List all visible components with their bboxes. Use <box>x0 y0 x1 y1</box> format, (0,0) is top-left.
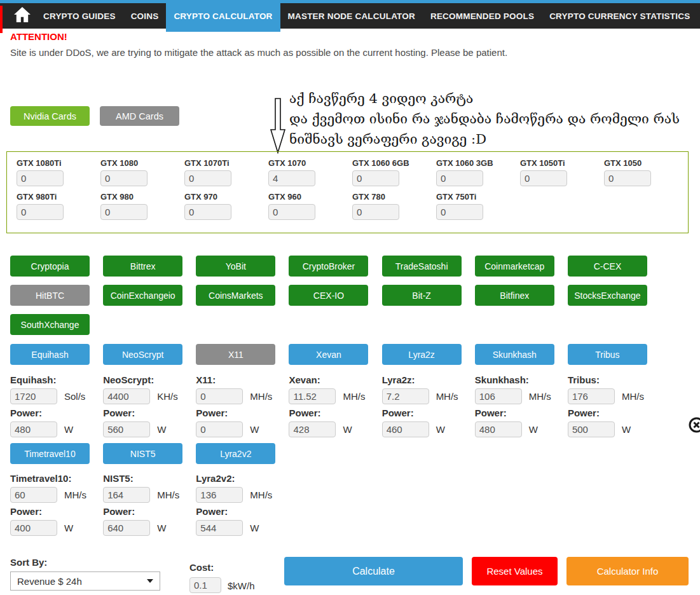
nav-item-foru[interactable]: FORU <box>697 3 700 29</box>
home-button[interactable] <box>14 3 31 29</box>
exchange-button-hitbtc[interactable]: HitBTC <box>10 285 90 306</box>
gpu-card-label: GTX 1070 <box>268 158 352 168</box>
gpu-card-label: GTX 750Ti <box>436 192 520 202</box>
power-input-tribus[interactable] <box>568 421 615 437</box>
hashrate-grid: Equihash:Sol/sPower:WNeoScrypt:KH/sPower… <box>10 374 647 441</box>
exchange-button-cryptobroker[interactable]: CryptoBroker <box>289 256 368 277</box>
exchange-button-southxchange[interactable]: SouthXchange <box>10 314 90 335</box>
gpu-card-label: GTX 1050Ti <box>520 158 604 168</box>
power-input-row: W <box>196 520 278 536</box>
power-unit: W <box>64 424 73 435</box>
exchange-button-yobit[interactable]: YoBit <box>196 256 275 277</box>
hashrate-input-neoscrypt[interactable] <box>103 388 150 404</box>
gpu-count-input-gtx-1050[interactable] <box>604 170 651 186</box>
algorithm-button-tribus[interactable]: Tribus <box>568 344 647 365</box>
power-input-equihash[interactable] <box>10 421 57 437</box>
hashrate-input-x11[interactable] <box>196 388 243 404</box>
power-input-lyra2v2[interactable] <box>196 520 243 536</box>
calculate-button[interactable]: Calculate <box>284 557 463 585</box>
gpu-count-input-gtx-970[interactable] <box>184 204 231 220</box>
hashrate-input-timetravel10[interactable] <box>10 487 57 503</box>
gpu-count-input-gtx-1060-3gb[interactable] <box>436 170 483 186</box>
power-input-skunkhash[interactable] <box>475 421 522 437</box>
crypto-calculator-page: CRYPTO GUIDESCOINSCRYPTO CALCULATORMASTE… <box>0 0 700 595</box>
power-input-nist5[interactable] <box>103 520 150 536</box>
nav-item-crypto-guides[interactable]: CRYPTO GUIDES <box>36 3 123 29</box>
gpu-count-input-gtx-750ti[interactable] <box>436 204 483 220</box>
gpu-count-input-gtx-1080ti[interactable] <box>17 170 64 186</box>
cost-label: Cost: <box>189 562 214 573</box>
nav-item-coins[interactable]: COINS <box>123 3 167 29</box>
hashrate-cell-lyra2v2: Lyra2v2:MH/sPower:W <box>196 473 278 539</box>
algorithm-button-nist5[interactable]: NIST5 <box>103 443 182 464</box>
gpu-count-input-gtx-980[interactable] <box>100 204 148 220</box>
algorithm-button-x11[interactable]: X11 <box>196 344 275 365</box>
exchange-button-bit-z[interactable]: Bit-Z <box>382 285 462 306</box>
hashrate-input-tribus[interactable] <box>568 388 615 404</box>
exchange-button-coinsmarkets[interactable]: CoinsMarkets <box>196 285 275 306</box>
card-type-button-amd-cards[interactable]: AMD Cards <box>100 106 179 126</box>
power-label: Power: <box>289 407 371 419</box>
power-label: Power: <box>382 407 465 419</box>
nav-item-crypto-currency-statistics[interactable]: CRYPTO CURRENCY STATISTICS <box>542 3 697 29</box>
cost-input[interactable] <box>189 577 221 593</box>
reset-values-button[interactable]: Reset Values <box>472 557 558 585</box>
power-input-neoscrypt[interactable] <box>103 421 150 437</box>
algorithm-button-equihash[interactable]: Equihash <box>10 344 90 365</box>
algorithm-button-xevan[interactable]: Xevan <box>289 344 368 365</box>
exchange-button-stocksexchange[interactable]: StocksExchange <box>568 285 647 306</box>
algorithm-row: Timetravel10NIST5Lyra2v2 <box>10 443 647 464</box>
algorithm-button-neoscrypt[interactable]: NeoScrypt <box>103 344 182 365</box>
cost-unit: $kW/h <box>228 580 255 591</box>
gpu-count-input-gtx-1070[interactable] <box>268 170 315 186</box>
hashrate-input-lyra2v2[interactable] <box>196 487 243 503</box>
algorithm-button-lyra2z[interactable]: Lyra2z <box>382 344 462 365</box>
hashrate-unit: MH/s <box>64 489 86 500</box>
gpu-row: GTX 1080TiGTX 1080GTX 1070TiGTX 1070GTX … <box>17 158 688 186</box>
power-input-x11[interactable] <box>196 421 243 437</box>
exchange-button-coinexchangeio[interactable]: CoinExchangeio <box>103 285 182 306</box>
exchange-button-bittrex[interactable]: Bittrex <box>103 256 182 277</box>
power-input-xevan[interactable] <box>289 421 336 437</box>
gpu-field-gtx-1070: GTX 1070 <box>268 158 352 186</box>
algorithm-button-skunkhash[interactable]: Skunkhash <box>475 344 554 365</box>
power-unit: W <box>157 424 166 435</box>
hashrate-input-nist5[interactable] <box>103 487 150 503</box>
nav-item-master-node-calculator[interactable]: MASTER NODE CALCULATOR <box>280 3 423 29</box>
gpu-count-input-gtx-1080[interactable] <box>100 170 148 186</box>
gpu-count-input-gtx-780[interactable] <box>352 204 399 220</box>
algorithm-button-timetravel10[interactable]: Timetravel10 <box>10 443 90 464</box>
power-unit: W <box>343 424 352 435</box>
exchange-button-coinmarketcap[interactable]: Coinmarketcap <box>475 256 554 277</box>
gpu-count-input-gtx-980ti[interactable] <box>17 204 64 220</box>
power-label: Power: <box>103 506 186 517</box>
gpu-count-input-gtx-960[interactable] <box>268 204 315 220</box>
nav-item-crypto-calculator[interactable]: CRYPTO CALCULATOR <box>166 0 280 32</box>
power-input-timetravel10[interactable] <box>10 520 57 536</box>
hashrate-input-lyra2z[interactable] <box>382 388 429 404</box>
hashrate-cell-timetravel10: Timetravel10:MH/sPower:W <box>10 473 93 539</box>
hashrate-label: Lyra2v2: <box>196 473 278 484</box>
exchange-button-cex-io[interactable]: CEX-IO <box>289 285 368 306</box>
gpu-card-label: GTX 1080Ti <box>17 158 100 168</box>
hashrate-input-row: MH/s <box>103 487 186 503</box>
hashrate-input-equihash[interactable] <box>10 388 57 404</box>
gpu-selection-box: GTX 1080TiGTX 1080GTX 1070TiGTX 1070GTX … <box>6 151 689 233</box>
exchange-button-c-cex[interactable]: C-CEX <box>568 256 647 277</box>
card-type-button-nvidia-cards[interactable]: Nvidia Cards <box>10 106 90 126</box>
exchange-button-cryptopia[interactable]: Cryptopia <box>10 256 90 277</box>
gpu-count-input-gtx-1070ti[interactable] <box>184 170 231 186</box>
hashrate-input-xevan[interactable] <box>289 388 336 404</box>
power-unit: W <box>64 523 73 533</box>
gpu-count-input-gtx-1060-6gb[interactable] <box>352 170 399 186</box>
exchange-button-bitfinex[interactable]: Bitfinex <box>475 285 554 306</box>
nav-item-recommended-pools[interactable]: RECOMMENDED POOLS <box>423 3 542 29</box>
sort-by-select[interactable]: Revenue $ 24h <box>10 571 160 591</box>
hashrate-input-skunkhash[interactable] <box>475 388 522 404</box>
calculator-info-button[interactable]: Calculator Info <box>566 557 689 585</box>
power-input-lyra2z[interactable] <box>382 421 429 437</box>
exchange-button-tradesatoshi[interactable]: TradeSatoshi <box>382 256 462 277</box>
circled-x-icon[interactable] <box>689 417 700 435</box>
algorithm-button-lyra2v2[interactable]: Lyra2v2 <box>196 443 275 464</box>
gpu-count-input-gtx-1050ti[interactable] <box>520 170 567 186</box>
